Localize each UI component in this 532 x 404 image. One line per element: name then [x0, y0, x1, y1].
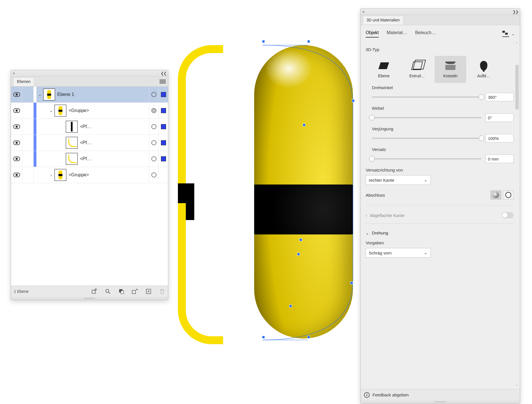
layer-name[interactable]: <Gruppe> — [69, 172, 89, 177]
lock-cell[interactable] — [22, 119, 34, 135]
target-button[interactable] — [149, 119, 158, 135]
verjuengung-slider[interactable] — [372, 138, 481, 139]
target-button[interactable] — [149, 135, 158, 151]
layer-name[interactable]: <Pf… — [80, 124, 91, 129]
visibility-toggle[interactable] — [11, 167, 22, 183]
expand-toggle[interactable]: ⌄ — [36, 92, 43, 97]
anchor-handle[interactable] — [307, 336, 310, 339]
color-swatch-cell[interactable] — [158, 87, 168, 102]
feedback-link[interactable]: Feedback abgeben — [372, 392, 409, 397]
chevron-down-icon[interactable]: ⌄ — [511, 32, 515, 36]
layer-row[interactable]: <Pf… — [11, 151, 168, 167]
lock-cell[interactable] — [22, 135, 34, 151]
expand-toggle[interactable]: ⌄ — [48, 108, 54, 113]
visibility-toggle[interactable] — [11, 135, 22, 151]
layer-row[interactable]: <Pf… — [11, 119, 168, 135]
tab-3d-materials[interactable]: 3D und Materialien — [363, 16, 404, 25]
drehwinkel-input[interactable]: 360° — [485, 93, 514, 101]
versatz-slider[interactable] — [372, 158, 481, 159]
layer-name[interactable]: <Gruppe> — [69, 108, 89, 113]
new-layer-icon[interactable] — [145, 288, 152, 295]
color-swatch-cell[interactable] — [158, 167, 168, 183]
anchor-handle[interactable] — [303, 124, 306, 126]
drehwinkel-slider[interactable] — [372, 96, 481, 98]
type-plane[interactable]: Ebene — [368, 56, 400, 83]
anchor-handle[interactable] — [299, 238, 302, 241]
subtab-beleuch[interactable]: Beleuch… — [415, 30, 436, 38]
export-icon[interactable] — [91, 288, 97, 295]
info-icon[interactable]: i — [364, 392, 370, 398]
layer-name[interactable]: Ebene 1 — [57, 92, 74, 97]
layer-thumbnail — [66, 153, 78, 165]
visibility-toggle[interactable] — [11, 87, 22, 102]
target-button[interactable] — [149, 151, 158, 167]
layer-row[interactable]: ›<Gruppe> — [11, 167, 168, 183]
anchor-handle[interactable] — [307, 40, 310, 43]
visibility-toggle[interactable] — [11, 103, 22, 118]
lock-cell[interactable] — [22, 151, 34, 167]
anchor-handle[interactable] — [297, 253, 300, 256]
panel-resize-grip[interactable] — [361, 400, 520, 403]
wirbel-input[interactable]: 0° — [485, 113, 514, 122]
target-button[interactable] — [149, 167, 158, 183]
tab-layers[interactable]: Ebenen — [13, 77, 34, 86]
close-icon[interactable]: × — [362, 10, 365, 14]
versatzrichtung-select[interactable]: rechter Kante ⌄ — [366, 175, 431, 185]
panel-menu-icon[interactable] — [160, 80, 166, 84]
layer-row[interactable]: <Pf… — [11, 135, 168, 151]
wirbel-slider[interactable] — [372, 117, 481, 118]
color-swatch-cell[interactable] — [158, 103, 168, 118]
type-revolve[interactable]: Kreiseln — [435, 56, 466, 83]
collapse-icon[interactable]: ❯❯ — [513, 10, 518, 14]
layer-row[interactable]: ⌄<Gruppe> — [11, 103, 168, 119]
expand-toggle[interactable]: › — [48, 173, 54, 177]
cap-hollow-button[interactable] — [503, 190, 514, 199]
verjuengung-input[interactable]: 100% — [485, 134, 514, 142]
panel-topbar: × ❯❯ — [361, 9, 520, 15]
lock-cell[interactable] — [22, 167, 34, 183]
search-icon[interactable] — [105, 288, 111, 295]
color-swatch-cell[interactable] — [158, 151, 168, 167]
anchor-handle[interactable] — [262, 336, 265, 339]
panel-tabs: Ebenen — [11, 76, 168, 87]
subtab-objekt[interactable]: Objekt — [366, 30, 379, 38]
vorgaben-select[interactable]: Schräg vorn ⌄ — [366, 248, 431, 258]
target-icon — [151, 92, 156, 97]
trash-icon[interactable] — [159, 288, 165, 295]
anchor-handle[interactable] — [350, 282, 353, 284]
rotation-section[interactable]: ⌄ Drehung — [366, 230, 514, 235]
anchor-handle[interactable] — [289, 305, 292, 308]
color-swatch-cell[interactable] — [158, 119, 168, 135]
chevron-down-icon: ⌄ — [424, 177, 428, 183]
layer-row[interactable]: ⌄Ebene 1 — [11, 87, 168, 103]
scroll-down-icon[interactable]: ˅ — [515, 385, 519, 388]
lock-cell[interactable] — [22, 87, 34, 102]
color-swatch-cell[interactable] — [158, 135, 168, 151]
versatzrichtung-label: Versatzrichtung von — [366, 168, 514, 172]
target-button[interactable] — [149, 87, 158, 102]
anchor-handle[interactable] — [352, 99, 355, 102]
mask-icon[interactable] — [118, 288, 125, 295]
type-inflate[interactable]: Aufbl… — [468, 56, 500, 83]
versatz-input[interactable]: 0 mm — [485, 155, 514, 163]
close-icon[interactable]: × — [13, 71, 15, 75]
visibility-toggle[interactable] — [11, 119, 22, 135]
target-button[interactable] — [149, 103, 158, 118]
anchor-handle[interactable] — [262, 40, 265, 43]
visibility-toggle[interactable] — [11, 151, 22, 167]
cap-solid-button[interactable] — [490, 190, 501, 199]
render-icon[interactable] — [502, 31, 509, 37]
layer-name[interactable]: <Pf… — [80, 140, 91, 145]
scrollbar[interactable]: ˄ ˅ — [515, 42, 519, 388]
materials-content: 3D-Typ Ebene Extrud… Kreiseln Aufbl… — [361, 42, 515, 389]
subtab-material[interactable]: Material… — [387, 30, 407, 38]
panel-resize-grip[interactable] — [11, 297, 168, 300]
type-extrude[interactable]: Extrud… — [401, 56, 433, 83]
bevel-section[interactable]: › Abgeflachte Kante — [366, 212, 514, 218]
lock-cell[interactable] — [22, 103, 34, 118]
collapse-icon[interactable]: ❮❮ — [161, 71, 166, 76]
new-sublayer-icon[interactable] — [132, 288, 138, 295]
layer-name[interactable]: <Pf… — [80, 156, 91, 161]
bevel-toggle[interactable] — [502, 212, 514, 218]
revolved-object[interactable] — [254, 45, 353, 339]
